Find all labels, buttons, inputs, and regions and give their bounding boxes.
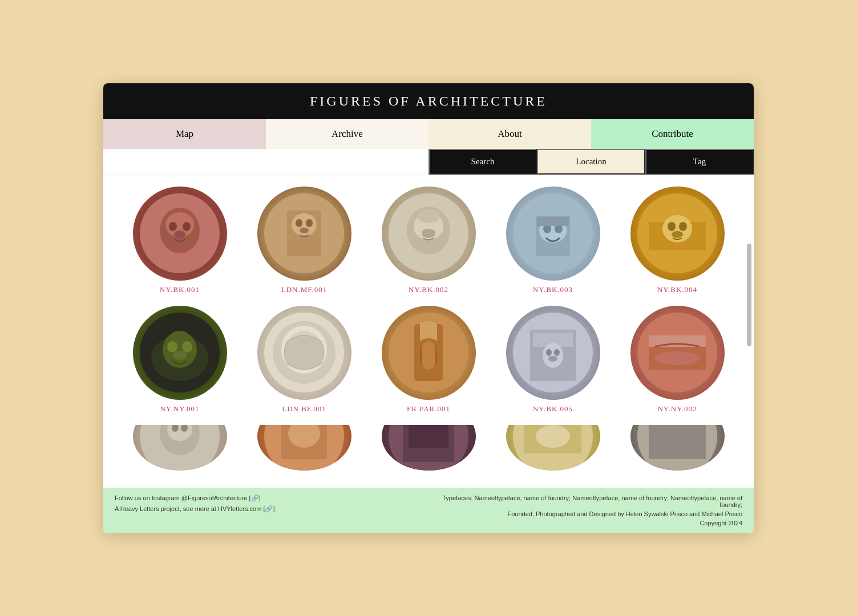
scrollbar[interactable]: [747, 244, 751, 346]
item-image-row3-5[interactable]: [630, 425, 725, 471]
nav-tab-map[interactable]: Map: [103, 119, 266, 149]
svg-point-70: [536, 425, 570, 448]
list-item[interactable]: LDN.BF.001: [245, 306, 363, 414]
main-content: NY.BK.001 LDN.MF.0: [103, 175, 754, 488]
svg-rect-24: [537, 217, 569, 226]
svg-point-49: [543, 343, 563, 368]
svg-point-34: [167, 341, 177, 352]
svg-point-29: [679, 222, 687, 231]
footer-copyright: Copyright 2024: [434, 520, 742, 526]
list-item[interactable]: LDN.MF.001: [245, 187, 363, 294]
svg-point-35: [182, 341, 192, 352]
items-grid: NY.BK.001 LDN.MF.0: [120, 187, 737, 471]
nav-tab-archive[interactable]: Archive: [266, 119, 428, 149]
item-image-row3-3[interactable]: [382, 425, 476, 471]
item-label-ny-bk-003: NY.BK.003: [533, 285, 573, 294]
list-item[interactable]: NY.BK.005: [494, 306, 612, 414]
sub-tab-location[interactable]: Location: [537, 149, 645, 175]
nav-tab-contribute[interactable]: Contribute: [591, 119, 754, 149]
item-image-row3-2[interactable]: [257, 425, 351, 471]
browser-window: FIGURES OF ARCHITECTURE Map Archive Abou…: [103, 83, 754, 533]
svg-point-37: [171, 331, 188, 340]
svg-point-9: [296, 219, 302, 227]
nav-tab-about[interactable]: About: [428, 119, 591, 149]
list-item[interactable]: [369, 425, 488, 471]
list-item[interactable]: [120, 425, 239, 471]
svg-rect-55: [649, 335, 706, 347]
svg-point-30: [672, 231, 683, 238]
list-item[interactable]: [245, 425, 363, 471]
footer-instagram: Follow us on Instagram @FiguresofArchite…: [115, 495, 423, 502]
svg-point-56: [654, 351, 700, 365]
svg-point-10: [306, 219, 313, 227]
item-image-ldn-bf-001[interactable]: [257, 306, 351, 400]
item-label-ny-bk-004: NY.BK.004: [657, 285, 697, 294]
sub-tab-tag[interactable]: Tag: [645, 149, 754, 175]
footer-right: Typefaces: Nameoftypeface, name of found…: [434, 495, 742, 526]
svg-point-28: [668, 222, 676, 231]
content-wrapper: NY.BK.001 LDN.MF.0: [103, 175, 754, 488]
list-item[interactable]: NY.BK.004: [618, 187, 737, 294]
list-item[interactable]: NY.BK.001: [120, 187, 239, 294]
list-item[interactable]: FR.PAR.001: [369, 306, 488, 414]
item-image-ny-bk-001[interactable]: [133, 187, 227, 281]
footer-founded: Founded, Photographed and Designed by He…: [434, 510, 742, 517]
list-item[interactable]: NY.NY.001: [120, 306, 239, 414]
svg-point-17: [422, 229, 435, 238]
svg-point-51: [554, 349, 560, 356]
svg-point-5: [174, 230, 185, 238]
item-image-row3-1[interactable]: [133, 425, 227, 471]
svg-rect-72: [649, 425, 706, 459]
nav-tabs: Map Archive About Contribute: [103, 119, 754, 149]
svg-point-52: [548, 356, 557, 362]
item-label-ldn-bf-001: LDN.BF.001: [282, 404, 326, 414]
list-item[interactable]: [494, 425, 612, 471]
site-header: FIGURES OF ARCHITECTURE: [103, 83, 754, 119]
item-image-ny-bk-005[interactable]: [506, 306, 600, 400]
svg-rect-45: [422, 341, 435, 370]
list-item[interactable]: NY.NY.002: [618, 306, 737, 414]
item-label-ny-bk-001: NY.BK.001: [160, 285, 200, 294]
svg-point-4: [183, 222, 191, 231]
item-image-ny-ny-001[interactable]: [133, 306, 227, 400]
item-image-ny-ny-002[interactable]: [630, 306, 725, 400]
item-image-ny-bk-002[interactable]: [382, 187, 476, 281]
item-image-ny-bk-004[interactable]: [630, 187, 725, 281]
footer-typefaces: Typefaces: Nameoftypeface, name of found…: [434, 495, 742, 508]
list-item[interactable]: [618, 425, 737, 471]
item-label-ny-ny-002: NY.NY.002: [657, 404, 697, 414]
item-label-fr-par-001: FR.PAR.001: [407, 404, 450, 414]
svg-point-27: [662, 215, 692, 242]
svg-point-11: [300, 228, 309, 233]
svg-point-3: [169, 222, 177, 231]
item-image-fr-par-001[interactable]: [382, 306, 476, 400]
item-image-row3-4[interactable]: [506, 425, 600, 471]
site-title: FIGURES OF ARCHITECTURE: [103, 94, 754, 109]
footer-heavy-letters: A Heavy Letters project, see more at HVY…: [115, 505, 423, 513]
list-item[interactable]: NY.BK.003: [494, 187, 612, 294]
svg-point-50: [546, 349, 552, 356]
site-footer: Follow us on Instagram @FiguresofArchite…: [103, 488, 754, 533]
svg-rect-67: [409, 425, 448, 448]
item-label-ny-ny-001: NY.NY.001: [160, 404, 199, 414]
item-label-ny-bk-005: NY.BK.005: [533, 404, 573, 414]
item-label-ldn-mf-001: LDN.MF.001: [281, 285, 327, 294]
svg-point-36: [173, 351, 187, 360]
footer-left: Follow us on Instagram @FiguresofArchite…: [115, 495, 423, 526]
item-label-ny-bk-002: NY.BK.002: [409, 285, 448, 294]
item-image-ny-bk-003[interactable]: [506, 187, 600, 281]
svg-point-18: [417, 209, 440, 223]
sub-tab-search[interactable]: Search: [428, 149, 537, 175]
item-image-ldn-mf-001[interactable]: [257, 187, 351, 281]
list-item[interactable]: NY.BK.002: [369, 187, 488, 294]
